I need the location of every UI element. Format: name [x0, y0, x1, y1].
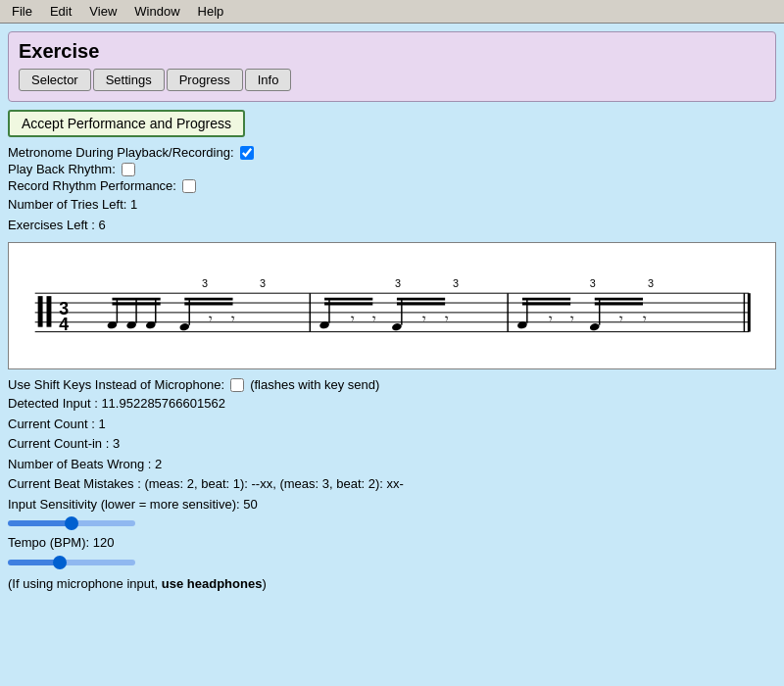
tab-bar: Selector Settings Progress Info [19, 69, 765, 91]
svg-text:3: 3 [590, 277, 596, 289]
metronome-row: Metronome During Playback/Recording: [8, 145, 776, 160]
exercise-title: Exercise [19, 40, 765, 63]
exercise-panel: Exercise Selector Settings Progress Info [8, 31, 776, 102]
tab-info[interactable]: Info [245, 69, 292, 91]
playback-row: Play Back Rhythm: [8, 162, 776, 176]
exercises-left: Exercises Left : 6 [8, 216, 776, 235]
sensitivity-slider[interactable] [8, 520, 135, 526]
svg-text:𝄾: 𝄾 [445, 316, 449, 321]
tempo-container: Tempo (BPM): 120 [8, 533, 776, 568]
svg-text:𝄾: 𝄾 [372, 316, 376, 321]
shift-keys-label: Use Shift Keys Instead of Microphone: [8, 377, 224, 392]
svg-point-39 [391, 322, 402, 331]
svg-text:3: 3 [648, 277, 654, 289]
playback-checkbox[interactable] [122, 163, 135, 176]
main-container: Exercise Selector Settings Progress Info… [0, 24, 784, 599]
svg-text:𝄾: 𝄾 [619, 316, 623, 321]
svg-rect-6 [47, 296, 52, 327]
headphones-after: ) [262, 576, 266, 591]
svg-text:𝄾: 𝄾 [351, 316, 355, 321]
shift-keys-checkbox[interactable] [230, 378, 244, 392]
sheet-music-display: 3 4 3 3 [8, 242, 776, 369]
tab-selector[interactable]: Selector [19, 69, 91, 91]
tab-settings[interactable]: Settings [93, 69, 165, 91]
current-countin: Current Count-in : 3 [8, 434, 776, 454]
beat-mistakes: Current Beat Mistakes : (meas: 2, beat: … [8, 474, 776, 494]
sensitivity-container: Input Sensitivity (lower = more sensitiv… [8, 495, 776, 530]
menu-file[interactable]: File [4, 2, 40, 21]
playback-label: Play Back Rhythm: [8, 162, 116, 176]
sensitivity-label: Input Sensitivity (lower = more sensitiv… [8, 495, 776, 514]
record-row: Record Rhythm Performance: [8, 178, 776, 193]
tempo-label: Tempo (BPM): 120 [8, 533, 776, 553]
menu-edit[interactable]: Edit [42, 2, 79, 21]
svg-text:4: 4 [59, 315, 69, 334]
menu-window[interactable]: Window [126, 2, 187, 21]
svg-text:𝄾: 𝄾 [231, 316, 235, 321]
shift-keys-note: (flashes with key send) [250, 377, 379, 392]
sheet-music-svg: 3 4 3 3 [9, 243, 775, 368]
accept-performance-button[interactable]: Accept Performance and Progress [8, 110, 245, 137]
tab-progress[interactable]: Progress [167, 69, 243, 91]
record-checkbox[interactable] [182, 179, 196, 193]
headphones-bold: use headphones [162, 576, 263, 591]
metronome-label: Metronome During Playback/Recording: [8, 145, 234, 160]
svg-text:𝄾: 𝄾 [209, 316, 213, 321]
menu-help[interactable]: Help [190, 2, 232, 21]
svg-rect-5 [38, 296, 43, 327]
headphones-note: (If using microphone input, use headphon… [8, 576, 776, 591]
shift-keys-row: Use Shift Keys Instead of Microphone: (f… [8, 377, 776, 392]
tempo-slider[interactable] [8, 560, 135, 565]
detected-input: Detected Input : 11.952285766601562 [8, 394, 776, 414]
menu-bar: File Edit View Window Help [0, 0, 784, 24]
record-label: Record Rhythm Performance: [8, 178, 176, 193]
svg-text:3: 3 [202, 277, 208, 289]
svg-text:𝄾: 𝄾 [549, 316, 553, 321]
metronome-checkbox[interactable] [240, 146, 254, 160]
tries-left: Number of Tries Left: 1 [8, 195, 776, 215]
svg-point-25 [179, 322, 190, 331]
svg-text:3: 3 [395, 277, 401, 289]
svg-text:𝄾: 𝄾 [422, 316, 426, 321]
svg-text:𝄾: 𝄾 [570, 316, 574, 321]
beats-wrong: Number of Beats Wrong : 2 [8, 455, 776, 474]
svg-text:3: 3 [453, 277, 459, 289]
current-count: Current Count : 1 [8, 415, 776, 434]
headphones-before: (If using microphone input, [8, 576, 162, 591]
svg-text:3: 3 [260, 277, 266, 289]
svg-point-53 [589, 322, 600, 331]
svg-text:𝄾: 𝄾 [643, 316, 647, 321]
menu-view[interactable]: View [81, 2, 124, 21]
